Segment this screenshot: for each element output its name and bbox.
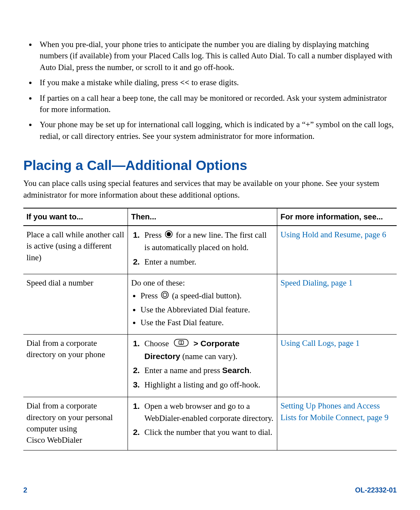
line-button-icon xyxy=(164,230,173,242)
bullet-item: Your phone may be set up for internation… xyxy=(37,119,397,142)
bullet-text: If parties on a call hear a beep tone, t… xyxy=(40,93,387,114)
section-heading: Placing a Call—Additional Options xyxy=(23,158,397,173)
cell-then: Press for a new line. The first call is … xyxy=(128,226,277,274)
directories-button-icon xyxy=(172,338,191,351)
col-header-then: Then... xyxy=(128,208,277,226)
item-text-a: Press xyxy=(140,291,160,300)
lead-text: Do one of these: xyxy=(131,277,274,289)
step-text-a: Choose xyxy=(144,339,171,348)
item-text: Use the Abbreviated Dial feature. xyxy=(140,304,274,315)
svg-point-2 xyxy=(161,291,168,298)
cell-if: Speed dial a number xyxy=(23,274,128,335)
cell-if: Place a call while another call is activ… xyxy=(23,226,128,274)
svg-point-1 xyxy=(166,232,171,236)
table-row: Speed dial a number Do one of these: Pre… xyxy=(23,274,397,335)
table-row: Dial from a corporate directory on your … xyxy=(23,397,397,450)
cell-if: Dial from a corporate directory on your … xyxy=(23,397,128,450)
bullet-item: When you pre-dial, your phone tries to a… xyxy=(37,39,397,73)
col-header-more: For more information, see... xyxy=(277,208,397,226)
table-row: Place a call while another call is activ… xyxy=(23,226,397,274)
item-text: Use the Fast Dial feature. xyxy=(140,317,274,328)
erase-key: << xyxy=(180,78,189,87)
bullet-text-a: If you make a mistake while dialing, pre… xyxy=(40,78,180,87)
options-table: If you want to... Then... For more infor… xyxy=(23,208,397,450)
page-footer: 2 OL-22332-01 xyxy=(23,486,397,494)
item-text-b: (a speed-dial button). xyxy=(170,291,242,300)
step-text-c: . xyxy=(249,366,251,375)
bullet-item: If you make a mistake while dialing, pre… xyxy=(37,77,397,88)
xref-link[interactable]: Speed Dialing, page 1 xyxy=(280,278,352,287)
bullet-text-b: to erase digits. xyxy=(189,78,239,87)
doc-id: OL-22332-01 xyxy=(355,486,397,494)
intro-bullet-list: When you pre-dial, your phone tries to a… xyxy=(23,39,397,142)
cell-then: Do one of these: Press (a speed-dial but… xyxy=(128,274,277,335)
table-row: Dial from a corporate directory on your … xyxy=(23,334,397,397)
step-text: Open a web browser and go to a WebDialer… xyxy=(144,401,273,422)
xref-link[interactable]: Setting Up Phones and Access Lists for M… xyxy=(280,401,388,422)
step-text-a: Press xyxy=(144,230,164,240)
bullet-item: If parties on a call hear a beep tone, t… xyxy=(37,93,397,116)
step-text: Enter a number. xyxy=(144,257,196,266)
cell-then: Open a web browser and go to a WebDialer… xyxy=(128,397,277,450)
cell-more: Using Call Logs, page 1 xyxy=(277,334,397,397)
step-text-c: (name can vary). xyxy=(180,352,238,361)
step-text-bold: Search xyxy=(222,366,249,375)
cell-more: Setting Up Phones and Access Lists for M… xyxy=(277,397,397,450)
speed-dial-button-icon xyxy=(161,291,169,302)
cell-more: Speed Dialing, page 1 xyxy=(277,274,397,335)
xref-link[interactable]: Using Hold and Resume, page 6 xyxy=(280,230,386,239)
cell-more: Using Hold and Resume, page 6 xyxy=(277,226,397,274)
xref-link[interactable]: Using Call Logs, page 1 xyxy=(280,338,360,348)
svg-point-3 xyxy=(163,293,167,297)
step-text: Highlight a listing and go off-hook. xyxy=(144,380,260,389)
bullet-text: When you pre-dial, your phone tries to a… xyxy=(40,40,392,72)
bullet-text: Your phone may be set up for internation… xyxy=(40,120,394,140)
cell-if: Dial from a corporate directory on your … xyxy=(23,334,128,397)
step-text: Click the number that you want to dial. xyxy=(144,428,272,437)
step-text-a: Enter a name and press xyxy=(144,366,222,375)
cell-then: Choose > Corporate Directory (name can v… xyxy=(128,334,277,397)
page-number: 2 xyxy=(23,486,27,494)
col-header-if: If you want to... xyxy=(23,208,128,226)
section-intro: You can place calls using special featur… xyxy=(23,178,397,201)
